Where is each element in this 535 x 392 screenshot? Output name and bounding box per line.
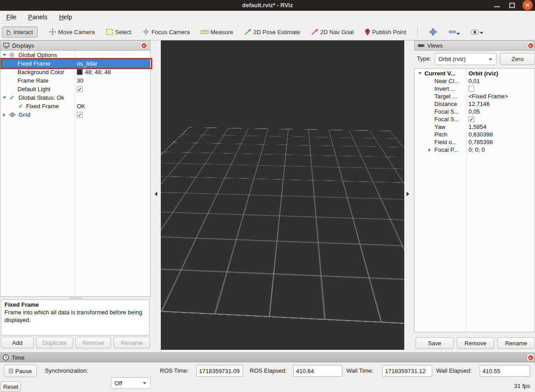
expander-right-icon[interactable] — [3, 113, 5, 117]
interact-tool-button[interactable]: Interact — [2, 26, 38, 38]
maximize-button[interactable] — [509, 3, 515, 8]
pin-icon — [365, 29, 370, 35]
pose-arrow-icon — [244, 29, 252, 35]
zero-button[interactable]: Zero — [500, 53, 535, 65]
wall-elapsed-field[interactable]: 410.55 — [480, 365, 530, 377]
plus-icon — [429, 28, 437, 36]
focal-shape-checkbox[interactable]: ✓ — [469, 116, 474, 122]
remove-display-button[interactable]: Remove — [75, 337, 111, 348]
collapse-right-panel-handle[interactable] — [407, 192, 409, 196]
close-icon: x — [528, 43, 533, 48]
focus-camera-tool[interactable]: Focus Camera — [142, 28, 190, 35]
add-tool-button[interactable] — [429, 28, 437, 36]
background-color-value[interactable]: 48; 48; 48 — [85, 69, 111, 75]
views-row-invert[interactable]: Invert ... — [415, 85, 535, 92]
tree-row-background-color[interactable]: Background Color 48; 48; 48 — [0, 68, 150, 76]
reset-button[interactable]: Reset — [0, 381, 21, 392]
frame-rate-value[interactable]: 30 — [77, 77, 83, 84]
views-row-field-of-view[interactable]: Field o... 0,785398 — [415, 138, 535, 146]
views-row-current-view[interactable]: Current V... Orbit (rviz) — [415, 70, 535, 77]
expander-right-icon[interactable] — [429, 148, 431, 152]
displays-panel-close-button[interactable]: x — [140, 42, 147, 49]
views-row-near-clip[interactable]: Near Cl... 0,01 — [415, 77, 535, 85]
close-icon: x — [528, 355, 533, 360]
pose-estimate-tool[interactable]: 2D Pose Estimate — [244, 29, 300, 35]
remove-view-button[interactable]: Remove — [457, 337, 494, 349]
measure-tool[interactable]: Measure — [201, 29, 233, 35]
time-panel-header[interactable]: Time — [0, 352, 535, 362]
minimize-button[interactable] — [494, 6, 500, 7]
add-button[interactable]: Add — [1, 337, 34, 348]
menu-help[interactable]: Help — [56, 13, 75, 22]
views-row-distance[interactable]: Distance 12,7146 — [415, 100, 535, 108]
tree-row-frame-rate[interactable]: Frame Rate 30 — [0, 76, 150, 85]
3d-viewport[interactable] — [161, 40, 404, 350]
tree-row-grid[interactable]: Grid ✓ — [0, 110, 150, 119]
type-label: Type: — [417, 53, 431, 65]
views-row-target[interactable]: Target ... <Fixed Frame> — [415, 92, 535, 100]
time-panel-title: Time — [12, 354, 24, 361]
description-box: Fixed Frame Frame into which all data is… — [1, 300, 150, 335]
menu-bar: File Panels Help — [0, 11, 535, 24]
time-panel-close-button[interactable]: x — [527, 354, 534, 361]
ros-elapsed-field[interactable]: 410.64 — [293, 365, 342, 377]
move-camera-icon — [49, 28, 56, 35]
save-view-button[interactable]: Save — [416, 337, 454, 349]
splitter-handle-icon — [70, 298, 81, 299]
title-bar: default.rviz* - RViz — [0, 0, 535, 11]
expander-down-icon[interactable] — [3, 97, 6, 99]
rename-view-button[interactable]: Rename — [497, 337, 535, 349]
select-tool[interactable]: Select — [106, 29, 131, 35]
displays-panel-title: Displays — [12, 42, 34, 49]
views-row-pitch[interactable]: Pitch 0,630398 — [415, 131, 535, 138]
clock-icon — [3, 354, 9, 361]
hand-icon — [5, 29, 12, 35]
dropdown-arrow-icon[interactable] — [456, 33, 460, 35]
toolbar: Interact Move Camera Select Focus Camera… — [0, 24, 535, 40]
tree-row-fixed-frame[interactable]: Fixed Frame os_lidar — [0, 59, 150, 68]
nav-goal-tool[interactable]: 2D Nav Goal — [311, 29, 354, 35]
views-row-focal-shape-fixed[interactable]: Focal S... ✓ — [415, 115, 535, 123]
invert-checkbox[interactable] — [469, 86, 474, 92]
sync-label: Synchronization: — [45, 365, 88, 377]
fixed-frame-value[interactable]: os_lidar — [77, 60, 97, 67]
color-swatch[interactable] — [77, 69, 83, 75]
visibility-tool-button[interactable] — [470, 29, 479, 35]
menu-panels[interactable]: Panels — [26, 13, 50, 22]
chevron-right-icon — [407, 192, 409, 196]
move-camera-tool[interactable]: Move Camera — [49, 28, 95, 35]
tree-row-default-light[interactable]: Default Light ✓ — [0, 85, 150, 93]
displays-panel-header[interactable]: Displays — [0, 40, 150, 51]
duplicate-button[interactable]: Duplicate — [36, 337, 73, 348]
wall-time-field[interactable]: 1718359731.12 — [382, 365, 432, 377]
views-row-yaw[interactable]: Yaw 1,5854 — [415, 123, 535, 131]
view-type-combo[interactable]: Orbit (rviz) — [435, 53, 496, 65]
minus-icon — [448, 28, 456, 36]
rename-display-button[interactable]: Rename — [114, 337, 150, 348]
menu-file[interactable]: File — [4, 13, 19, 22]
tree-row-fixed-frame-status[interactable]: ✓ Fixed Frame OK — [0, 102, 150, 110]
views-row-focal-point[interactable]: Focal P... 0; 0; 0 — [415, 146, 535, 154]
grid-icon — [9, 112, 16, 117]
pause-button[interactable]: Pause — [4, 365, 37, 377]
sync-combo[interactable]: Off — [111, 377, 150, 389]
close-icon: ✕ — [525, 2, 530, 9]
grid-checkbox[interactable]: ✓ — [77, 112, 83, 118]
expander-down-icon[interactable] — [3, 54, 6, 56]
ros-time-field[interactable]: 1718359731.09 — [196, 365, 243, 377]
eye-icon — [470, 29, 479, 35]
tree-row-global-options[interactable]: Global Options — [0, 51, 150, 59]
collapse-left-panel-handle[interactable] — [155, 192, 157, 196]
tree-row-global-status[interactable]: ✓ Global Status: Ok — [0, 93, 150, 102]
dropdown-arrow-icon[interactable] — [480, 32, 483, 34]
close-icon: x — [141, 43, 146, 48]
remove-tool-button[interactable] — [448, 28, 456, 36]
views-panel-header[interactable]: Views — [414, 40, 535, 51]
window-title: default.rviz* - RViz — [0, 0, 535, 11]
views-row-focal-shape-size[interactable]: Focal S... 0,05 — [415, 108, 535, 115]
close-window-button[interactable]: ✕ — [522, 0, 533, 10]
default-light-checkbox[interactable]: ✓ — [77, 86, 83, 92]
expander-down-icon[interactable] — [418, 72, 422, 75]
publish-point-tool[interactable]: Publish Point — [365, 29, 406, 35]
views-panel-close-button[interactable]: x — [527, 42, 534, 49]
